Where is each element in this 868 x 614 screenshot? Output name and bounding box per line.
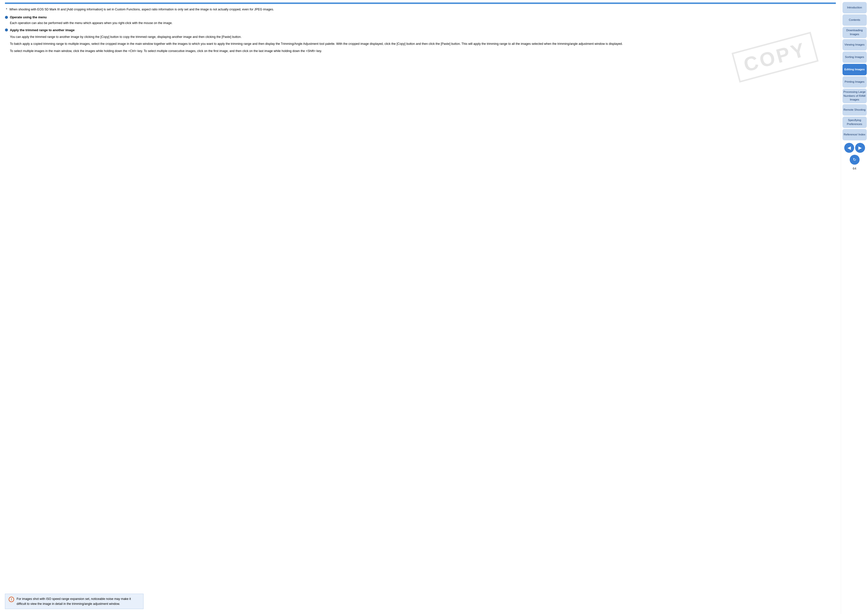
bullet-dot-2 (5, 28, 8, 31)
nav-controls: ◀ ▶ (844, 143, 865, 153)
sidebar-btn-remote-shooting[interactable]: Remote Shooting (843, 104, 867, 116)
section1-title: Operate using the menu (10, 16, 47, 19)
top-bar (5, 3, 836, 4)
page-number: 64 (852, 166, 856, 170)
sidebar-btn-contents[interactable]: Contents (843, 14, 867, 26)
sidebar-btn-downloading-images[interactable]: Downloading Images (843, 27, 867, 38)
sidebar-btn-processing-raw[interactable]: Processing Large Numbers of RAW Images (843, 89, 867, 103)
section2-body1: You can apply the trimmed range to anoth… (5, 34, 836, 54)
section1-header: Operate using the menu (5, 16, 836, 19)
sidebar-btn-printing-images[interactable]: Printing Images (843, 76, 867, 88)
sidebar: IntroductionContentsDownloading ImagesVi… (841, 0, 868, 614)
section2-header: Apply the trimmed range to another image (5, 28, 836, 32)
sidebar-btn-editing-images[interactable]: Editing Images (843, 64, 867, 75)
next-button[interactable]: ▶ (855, 143, 865, 153)
section1-body: Each operation can also be performed wit… (5, 20, 836, 26)
prev-button[interactable]: ◀ (844, 143, 854, 153)
bullet-dot-1 (5, 16, 8, 19)
sidebar-btn-viewing-images[interactable]: Viewing Images (843, 39, 867, 51)
warning-text: For images shot with ISO speed range exp… (17, 597, 140, 606)
home-button[interactable]: ↻ (850, 155, 860, 165)
section2-title: Apply the trimmed range to another image (10, 28, 75, 32)
copy-watermark-area: You can apply the trimmed range to anoth… (5, 34, 836, 104)
sidebar-btn-sorting-images[interactable]: Sorting Images (843, 51, 867, 63)
sidebar-btn-specifying-preferences[interactable]: Specifying Preferences (843, 117, 867, 128)
warning-box: ! For images shot with ISO speed range e… (5, 594, 144, 609)
main-content: When shooting with EOS 5D Mark III and [… (0, 0, 841, 614)
sidebar-btn-reference-index[interactable]: Reference/ Index (843, 129, 867, 140)
note-text: When shooting with EOS 5D Mark III and [… (5, 7, 836, 12)
sidebar-btn-introduction[interactable]: Introduction (843, 2, 867, 13)
warning-icon: ! (9, 597, 14, 602)
